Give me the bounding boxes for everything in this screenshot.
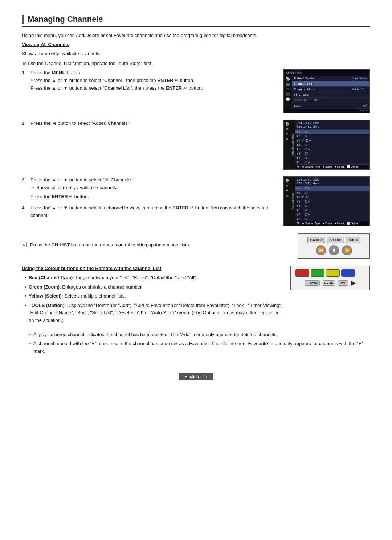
fine-tune-label: Fine Tune (294, 93, 367, 97)
yellow-button[interactable] (326, 269, 340, 277)
note-1: A gray-coloured channel indicates the ch… (28, 331, 370, 339)
sidebar-icon-all-3: ♥ (286, 189, 288, 192)
dma-btn[interactable]: DMA (338, 280, 348, 286)
step-1-line-2: Press the ▲ or ▼ button to select "Chann… (30, 77, 276, 85)
menu-header-label: Mini Guide (286, 71, 302, 75)
step-4-content: Press the ▲ or ▼ button to select a chan… (30, 204, 276, 220)
body-text-2: To use the Channel List function, operat… (22, 60, 370, 68)
step-4: 4. Press the ▲ or ▼ button to select a c… (22, 204, 276, 220)
subt-btn[interactable]: SUBT. (346, 237, 360, 243)
red-button[interactable] (295, 269, 309, 277)
ff-btn[interactable]: ⏩ (342, 245, 352, 255)
channel-sidebar-label: Channel (284, 109, 369, 112)
bullet-green: Green (Zoom): Enlarges or shrinks a chan… (25, 283, 283, 291)
added-ch-entry-4: ■4C – (295, 143, 369, 147)
added-channels-screen-container: 📡 ★ ♥ ⚙ Added Channels 824 UKTV Gold 825… (283, 120, 370, 170)
all-ch-name-1: 824 UKTV Gold (297, 178, 368, 181)
channel-mode-label: Channel Mode (294, 87, 350, 91)
bullet-red: Red (Channel Type): Toggle between your … (25, 274, 283, 282)
added-ch-top: 824 UKTV Gold 825 UKTV style (295, 120, 369, 130)
section-heading-viewing: Viewing All Channels (22, 42, 370, 47)
all-ch-entry-5: ■5C – (295, 204, 369, 208)
added-ch-entry-2: ■2C – (295, 134, 369, 138)
menu-items: Default Guide Mini Guide Channel List Ch… (292, 76, 369, 109)
lna-label: LNA (294, 104, 361, 107)
psize-btn[interactable]: P.SIZE (323, 280, 335, 286)
bullet-tools-label: TOOLS (Option) (29, 303, 65, 308)
menu-screen: Mini Guide 📡 📺 ⚙ ⬛ 💬 Default Guide Mini … (283, 69, 370, 113)
bullet-tools-text: : Displays the "Delete"(or "Add"), "Add … (29, 303, 282, 323)
added-ch-name-2: 825 UKTV style (297, 125, 368, 128)
remote-1: E.MODE CH LIST SUBT. ⏪ ⏸ ⏩ (298, 233, 370, 259)
added-ch-entry-5: ■5C – (295, 147, 369, 151)
psize-group: P.SIZE (323, 280, 335, 286)
step-1-content: Press the MENU button. Press the ▲ or ▼ … (30, 69, 276, 92)
note-icon: N (22, 242, 27, 247)
step-1-line-3: Press the ▲ or ▼ button to select "Chann… (30, 85, 276, 92)
signal-info-label: Signal Information (294, 98, 367, 102)
added-channels-screen: 📡 ★ ♥ ⚙ Added Channels 824 UKTV Gold 825… (283, 120, 370, 170)
all-ch-entry-1: ■1C – (295, 186, 369, 191)
menu-row-channel-list: Channel List (292, 81, 369, 87)
pause-btn[interactable]: ⏸ (329, 245, 339, 255)
remote-2: TTX/MIX P.SIZE DMA ▶ (290, 266, 370, 290)
blue-button[interactable] (341, 269, 355, 277)
ttxmix-group: TTX/MIX (305, 280, 320, 286)
step-2: 2. Press the ◄ button to select "Added C… (22, 120, 276, 127)
note-1-text: A gray-coloured channel indicates the ch… (33, 331, 278, 339)
added-channels-sidebar-icons: 📡 ★ ♥ ⚙ (284, 120, 290, 169)
all-ch-name-2: 825 UKTV style (297, 181, 368, 185)
colour-section-heading: Using the Colour buttons on the Remote w… (22, 266, 283, 271)
remote-1-container: E.MODE CH LIST SUBT. ⏪ ⏸ ⏩ (298, 233, 370, 259)
all-ch-entry-2: ■2C – (295, 191, 369, 195)
notes-section: A gray-coloured channel indicates the ch… (22, 331, 370, 355)
all-ch-entry-4: ■4C – (295, 199, 369, 204)
title-text: Managing Channels (28, 15, 103, 24)
remote-top-row: E.MODE CH LIST SUBT. (307, 237, 361, 243)
added-ch-entry-1: ■1C – (295, 130, 369, 134)
added-ch-entry-8: ■8C – (295, 160, 369, 164)
menu-icon-input: ⬛ (286, 92, 290, 96)
menu-row-signal-info: Signal Information (292, 98, 369, 103)
menu-row-fine-tune: Fine Tune (292, 92, 369, 98)
page-footer: English - 17 (22, 369, 370, 380)
step-2-text: Press the ◄ button to select "Added Chan… (30, 120, 276, 127)
step-3-num: 3. (22, 176, 28, 200)
menu-icon-antenna: 📡 (286, 77, 290, 81)
remote-2-container: TTX/MIX P.SIZE DMA ▶ (290, 266, 370, 290)
menu-icon-support: 💬 (286, 97, 290, 101)
emode-btn[interactable]: E.MODE (307, 237, 326, 243)
ch-list-note: N Press the CH LIST button on the remote… (22, 241, 290, 249)
intro-paragraph: Using this menu, you can Add/Delete or s… (22, 32, 370, 40)
step-1: 1. Press the MENU button. Press the ▲ or… (22, 69, 276, 92)
channel-list-label: Channel List (294, 82, 367, 86)
step-4-text: Press the ▲ or ▼ button to select a chan… (30, 204, 276, 220)
added-ch-name-1: 824 UKTV Gold (297, 121, 368, 125)
note-2: A channel marked with the "♥" mark means… (28, 340, 370, 355)
added-ch-entry-6: ■6C – (295, 151, 369, 156)
rewind-btn[interactable]: ⏪ (316, 245, 326, 255)
colour-bullet-list: Red (Channel Type): Toggle between your … (25, 274, 283, 324)
arrow-right-icon: ▶ (351, 279, 356, 287)
bullet-green-text: : Enlarges or shrinks a channel number. (60, 284, 143, 290)
added-ch-footer: All ■ Channel Type ■ Zoom ■ Select ⬜ Opt… (295, 164, 369, 169)
step-2-content: Press the ◄ button to select "Added Chan… (30, 120, 276, 127)
menu-row-lna: LNA Off (292, 103, 369, 109)
color-remote-bottom: TTX/MIX P.SIZE DMA ▶ (295, 279, 365, 287)
step-3-note: Shows all currently available channels. (30, 184, 276, 192)
lna-value: Off (363, 104, 367, 107)
added-ch-entry-7: ■7C – (295, 156, 369, 160)
menu-icons: 📡 📺 ⚙ ⬛ 💬 (284, 76, 292, 109)
all-ch-footer: All ■ Channel Type ■ Zoom ■ Select ⬜ Opt… (295, 221, 369, 226)
all-channels-screen-container: 📡 ★ ♥ ⚙ All Channels 824 UKTV Gold 825 U… (283, 176, 370, 226)
default-guide-label: Default Guide (294, 77, 350, 80)
sidebar-icon-4: ⚙ (286, 137, 289, 141)
color-buttons-row (295, 269, 365, 277)
chlist-btn[interactable]: CH LIST (327, 237, 344, 243)
green-button[interactable] (311, 269, 324, 277)
menu-icon-tools: ⚙ (286, 87, 290, 91)
note-2-text: A channel marked with the "♥" mark means… (33, 340, 370, 355)
ttxmix-btn[interactable]: TTX/MIX (305, 280, 320, 286)
bullet-yellow-text: : Selects multiple channel lists. (62, 293, 126, 299)
body-text-1: Show all currently available channels. (22, 50, 370, 58)
